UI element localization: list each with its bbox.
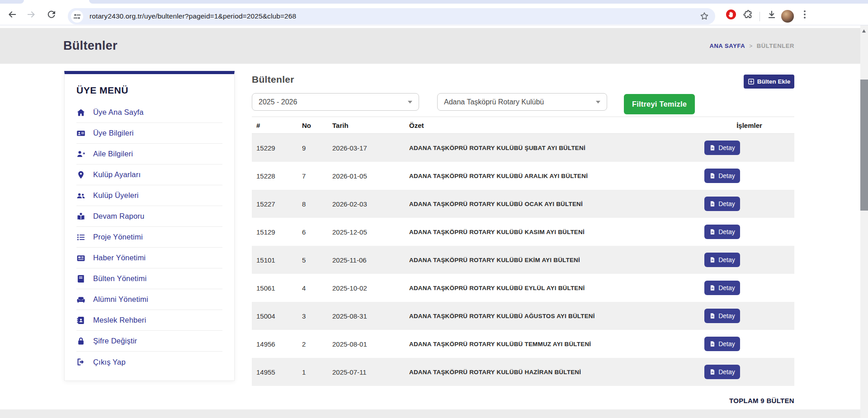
tasks-icon xyxy=(76,233,86,242)
sidebar-item-label: Alümni Yönetimi xyxy=(93,295,148,304)
detail-button-label: Detay xyxy=(718,200,735,207)
site-info-button[interactable] xyxy=(71,10,83,23)
detail-button-label: Detay xyxy=(718,312,735,319)
bulletin-summary: ADANA TAŞKÖPRÜ ROTARY KULÜBÜ KASIM AYI B… xyxy=(409,229,704,235)
bulletin-summary: ADANA TAŞKÖPRÜ ROTARY KULÜBÜ OCAK AYI BÜ… xyxy=(409,201,704,207)
detail-button[interactable]: Detay xyxy=(704,337,740,351)
col-header-date: Tarih xyxy=(332,122,409,129)
col-header-summary: Özet xyxy=(409,122,704,129)
bulletin-no: 5 xyxy=(302,256,332,264)
forward-arrow-icon xyxy=(26,9,37,20)
sidebar-menu-item[interactable]: Kulüp Ayarları xyxy=(76,164,222,185)
bulletin-no: 1 xyxy=(302,368,332,376)
sidebar-item-label: Bülten Yönetimi xyxy=(93,274,146,283)
breadcrumb-current: BÜLTENLER xyxy=(757,42,794,49)
browser-toolbar: rotary2430.org.tr/uye/bultenler?pageid=1… xyxy=(0,4,868,25)
profile-avatar-button[interactable] xyxy=(781,10,794,23)
sidebar-item-label: Kulüp Üyeleri xyxy=(93,191,139,200)
bulletin-id: 14955 xyxy=(252,368,302,376)
club-select-value: Adana Taşköprü Rotary Kulübü xyxy=(444,98,591,106)
address-book-icon xyxy=(76,316,86,325)
sidebar-menu-item[interactable]: Üye Bilgileri xyxy=(76,123,222,144)
lock-icon xyxy=(76,337,86,346)
tab-strip xyxy=(0,0,868,4)
table-row: 15228 7 2026-01-05 ADANA TAŞKÖPRÜ ROTARY… xyxy=(252,162,794,190)
attendance-icon xyxy=(76,212,86,221)
detail-button[interactable]: Detay xyxy=(704,253,740,267)
bulletin-no: 8 xyxy=(302,200,332,208)
bulletin-date: 2025-12-05 xyxy=(332,228,409,236)
page-scrollbar[interactable] xyxy=(860,25,868,418)
add-bulletin-button[interactable]: Bülten Ekle xyxy=(744,75,794,89)
sidebar-menu-item[interactable]: Alümni Yönetimi xyxy=(76,289,222,310)
page-viewport: Bültenler ANA SAYFA > BÜLTENLER ÜYE MENÜ… xyxy=(0,25,860,418)
file-icon xyxy=(709,285,716,291)
map-marker-icon xyxy=(76,170,86,179)
bulletin-date: 2025-11-06 xyxy=(332,256,409,264)
bulletin-no: 9 xyxy=(302,144,332,152)
bulletin-id: 15004 xyxy=(252,312,302,320)
sidebar-menu-item[interactable]: Çıkış Yap xyxy=(76,352,222,372)
sidebar-menu-item[interactable]: Üye Ana Sayfa xyxy=(76,102,222,123)
back-arrow-icon xyxy=(7,9,18,20)
scrollbar-up-button[interactable] xyxy=(862,29,866,33)
detail-button[interactable]: Detay xyxy=(704,197,740,211)
bulletin-id: 15228 xyxy=(252,172,302,180)
detail-button-label: Detay xyxy=(718,368,735,376)
star-icon xyxy=(699,11,710,22)
detail-button[interactable]: Detay xyxy=(704,309,740,323)
breadcrumb-home-link[interactable]: ANA SAYFA xyxy=(709,42,745,49)
detail-button[interactable]: Detay xyxy=(704,225,740,239)
downloads-button[interactable] xyxy=(766,9,777,20)
period-select[interactable]: 2025 - 2026 xyxy=(252,93,419,111)
chevron-down-icon xyxy=(596,101,600,103)
detail-button-label: Detay xyxy=(718,256,735,263)
browser-menu-button[interactable] xyxy=(800,9,809,20)
table-row: 15101 5 2025-11-06 ADANA TAŞKÖPRÜ ROTARY… xyxy=(252,246,794,274)
sidebar-menu-item[interactable]: Kulüp Üyeleri xyxy=(76,185,222,206)
col-header-no: No xyxy=(302,122,332,129)
sidebar-item-label: Devam Raporu xyxy=(93,212,144,221)
file-icon xyxy=(709,313,716,319)
puzzle-icon xyxy=(743,9,754,20)
sidebar-menu-item[interactable]: Haber Yönetimi xyxy=(76,248,222,268)
page-header-band: Bültenler ANA SAYFA > BÜLTENLER xyxy=(0,28,860,64)
bulletin-id: 14956 xyxy=(252,340,302,348)
sidebar-menu-item[interactable]: Proje Yönetimi xyxy=(76,227,222,248)
period-select-value: 2025 - 2026 xyxy=(259,98,403,106)
bulletin-no: 3 xyxy=(302,312,332,320)
scrollbar-thumb[interactable] xyxy=(860,80,868,211)
sidebar-menu-item[interactable]: Meslek Rehberi xyxy=(76,310,222,331)
table-row: 14956 2 2025-08-01 ADANA TAŞKÖPRÜ ROTARY… xyxy=(252,330,794,358)
sidebar-item-label: Şifre Değiştir xyxy=(93,337,137,345)
back-button[interactable] xyxy=(7,9,18,20)
bulletin-no: 4 xyxy=(302,284,332,292)
browser-window: rotary2430.org.tr/uye/bultenler?pageid=1… xyxy=(0,0,868,418)
refresh-button[interactable] xyxy=(46,9,57,20)
club-select[interactable]: Adana Taşköprü Rotary Kulübü xyxy=(437,93,607,111)
detail-button[interactable]: Detay xyxy=(704,141,740,155)
bookmark-star-button[interactable] xyxy=(699,11,710,22)
sidebar-menu-item[interactable]: Bülten Yönetimi xyxy=(76,268,222,289)
adblock-extension-button[interactable] xyxy=(726,9,736,20)
bulletin-date: 2026-01-05 xyxy=(332,172,409,180)
member-menu-card: ÜYE MENÜ Üye Ana Sayfa Üye Bilgileri Ail… xyxy=(64,71,235,381)
detail-button[interactable]: Detay xyxy=(704,365,740,379)
clear-filter-button[interactable]: Filtreyi Temizle xyxy=(624,94,695,114)
download-icon xyxy=(766,9,777,20)
bulletin-no: 6 xyxy=(302,228,332,236)
detail-button-label: Detay xyxy=(718,284,735,291)
user-plus-icon xyxy=(76,150,86,159)
forward-button[interactable] xyxy=(26,9,37,20)
extensions-button[interactable] xyxy=(743,9,754,20)
url-bar[interactable]: rotary2430.org.tr/uye/bultenler?pageid=1… xyxy=(68,8,715,24)
sidebar-menu-item[interactable]: Aile Bilgileri xyxy=(76,144,222,164)
sidebar-menu-item[interactable]: Devam Raporu xyxy=(76,206,222,227)
detail-button[interactable]: Detay xyxy=(704,281,740,295)
sidebar-menu-item[interactable]: Şifre Değiştir xyxy=(76,331,222,352)
bulletin-date: 2025-07-11 xyxy=(332,368,409,376)
page-title: Bültenler xyxy=(63,39,118,53)
bulletin-date: 2025-10-02 xyxy=(332,284,409,292)
page-footer-strip xyxy=(0,409,860,418)
detail-button[interactable]: Detay xyxy=(704,169,740,183)
